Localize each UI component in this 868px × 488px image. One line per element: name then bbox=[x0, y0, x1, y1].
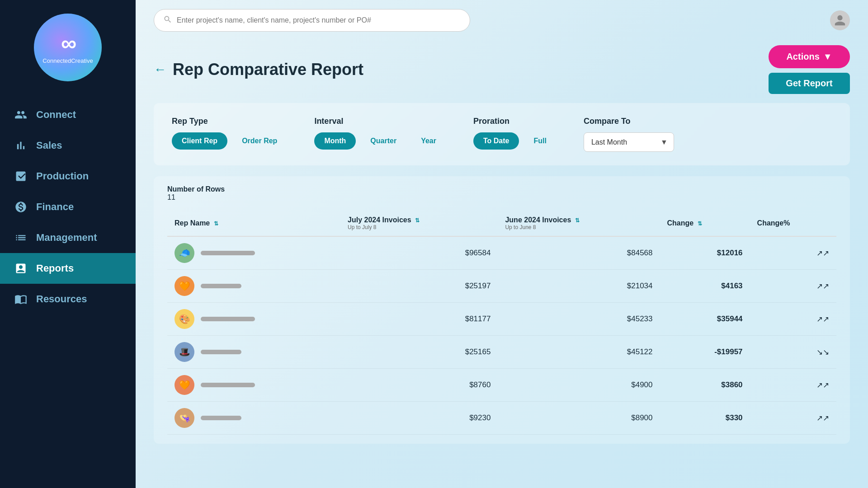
col-change: Change ⇅ bbox=[660, 211, 750, 236]
search-box[interactable] bbox=[154, 9, 470, 32]
rep-name-cell: 🎨 bbox=[167, 303, 340, 336]
june-invoices-cell: $4900 bbox=[498, 369, 660, 402]
quarter-pill[interactable]: Quarter bbox=[360, 132, 406, 150]
sidebar-item-resources[interactable]: Resources bbox=[0, 284, 136, 314]
june-invoices-cell: $45233 bbox=[498, 303, 660, 336]
rep-name-cell: 🧡 bbox=[167, 369, 340, 402]
search-input[interactable] bbox=[177, 16, 461, 24]
finance-icon bbox=[14, 200, 28, 214]
sort-june-icon[interactable]: ⇅ bbox=[575, 217, 580, 224]
year-pill[interactable]: Year bbox=[411, 132, 446, 150]
proration-label: Proration bbox=[473, 117, 557, 126]
sidebar-label-reports: Reports bbox=[36, 263, 74, 274]
change-cell: $330 bbox=[660, 402, 750, 435]
change-cell: -$19957 bbox=[660, 336, 750, 369]
management-icon bbox=[14, 230, 28, 245]
change-pct-cell: ↗↗ bbox=[750, 236, 836, 270]
table-row: 🧡 $8760 $4900 $3860 ↗↗ bbox=[167, 369, 836, 402]
page-header: ← Rep Comparative Report Actions ▼ Get R… bbox=[136, 41, 868, 103]
interval-options: Month Quarter Year bbox=[314, 132, 446, 150]
table-row: 👒 $9230 $8900 $330 ↗↗ bbox=[167, 402, 836, 435]
month-pill[interactable]: Month bbox=[314, 132, 356, 150]
table-body: 🧢 $96584 $84568 $12016 ↗↗ 🧡 $25197 $2103… bbox=[167, 236, 836, 435]
sidebar-label-production: Production bbox=[36, 170, 89, 182]
rep-name-placeholder bbox=[201, 383, 255, 387]
july-invoices-cell: $8760 bbox=[340, 369, 498, 402]
july-invoices-cell: $25165 bbox=[340, 336, 498, 369]
rep-name-placeholder bbox=[201, 284, 241, 288]
june-invoices-cell: $8900 bbox=[498, 402, 660, 435]
row-count: Number of Rows 11 bbox=[167, 185, 836, 202]
sidebar-item-production[interactable]: Production bbox=[0, 161, 136, 192]
july-invoices-cell: $9230 bbox=[340, 402, 498, 435]
rep-avatar: 👒 bbox=[175, 408, 194, 428]
july-invoices-cell: $81177 bbox=[340, 303, 498, 336]
filter-section: Rep Type Client Rep Order Rep Interval M… bbox=[154, 103, 850, 165]
nav-menu: Connect Sales Production Finance Managem bbox=[0, 99, 136, 314]
proration-filter: Proration To Date Full bbox=[473, 117, 557, 150]
top-bar bbox=[136, 0, 868, 41]
logo: ∞ ConnectedCreative bbox=[34, 14, 102, 81]
rep-name-placeholder bbox=[201, 416, 241, 420]
sidebar-item-sales[interactable]: Sales bbox=[0, 130, 136, 161]
sales-icon bbox=[14, 138, 28, 153]
sidebar-label-finance: Finance bbox=[36, 201, 74, 213]
page-title: Rep Comparative Report bbox=[173, 60, 363, 79]
sort-rep-icon[interactable]: ⇅ bbox=[214, 221, 218, 227]
rep-avatar: 🧢 bbox=[175, 243, 194, 263]
change-pct-cell: ↘↘ bbox=[750, 336, 836, 369]
table-row: 🎨 $81177 $45233 $35944 ↗↗ bbox=[167, 303, 836, 336]
sidebar-item-connect[interactable]: Connect bbox=[0, 99, 136, 130]
rep-avatar: 🧡 bbox=[175, 375, 194, 395]
rep-name-placeholder bbox=[201, 317, 255, 321]
proration-options: To Date Full bbox=[473, 132, 557, 150]
data-table: Rep Name ⇅ July 2024 Invoices ⇅ Up to Ju… bbox=[167, 211, 836, 435]
interval-filter: Interval Month Quarter Year bbox=[314, 117, 446, 150]
rep-name-placeholder bbox=[201, 350, 241, 354]
june-invoices-cell: $84568 bbox=[498, 236, 660, 270]
table-row: 🎩 $25165 $45122 -$19957 ↘↘ bbox=[167, 336, 836, 369]
sidebar-item-management[interactable]: Management bbox=[0, 222, 136, 253]
logo-symbol: ∞ bbox=[61, 31, 75, 56]
actions-button[interactable]: Actions ▼ bbox=[769, 45, 850, 68]
order-rep-pill[interactable]: Order Rep bbox=[232, 132, 287, 150]
production-icon bbox=[14, 169, 28, 183]
user-avatar[interactable] bbox=[830, 10, 850, 30]
chevron-down-icon: ▼ bbox=[823, 52, 832, 62]
to-date-pill[interactable]: To Date bbox=[473, 132, 519, 150]
get-report-button[interactable]: Get Report bbox=[769, 73, 850, 94]
rep-type-filter: Rep Type Client Rep Order Rep bbox=[172, 117, 287, 150]
rep-avatar: 🎩 bbox=[175, 342, 194, 362]
compare-to-filter: Compare To Last Month Last Quarter Last … bbox=[584, 117, 674, 152]
rep-name-placeholder bbox=[201, 251, 255, 255]
search-icon bbox=[163, 15, 172, 26]
col-june-invoices: June 2024 Invoices ⇅ Up to June 8 bbox=[498, 211, 660, 236]
compare-select-wrap: Last Month Last Quarter Last Year ▼ bbox=[584, 132, 674, 152]
logo-text: ConnectedCreative bbox=[42, 57, 93, 64]
change-cell: $12016 bbox=[660, 236, 750, 270]
sidebar-item-finance[interactable]: Finance bbox=[0, 192, 136, 222]
june-invoices-cell: $45122 bbox=[498, 336, 660, 369]
table-section: Number of Rows 11 Rep Name ⇅ July 2024 I… bbox=[154, 176, 850, 444]
back-button[interactable]: ← bbox=[154, 62, 166, 77]
sort-change-icon[interactable]: ⇅ bbox=[698, 221, 702, 227]
interval-label: Interval bbox=[314, 117, 446, 126]
sort-july-icon[interactable]: ⇅ bbox=[415, 217, 420, 224]
change-pct-cell: ↗↗ bbox=[750, 303, 836, 336]
change-pct-cell: ↗↗ bbox=[750, 270, 836, 303]
full-pill[interactable]: Full bbox=[524, 132, 556, 150]
change-cell: $3860 bbox=[660, 369, 750, 402]
sidebar-label-management: Management bbox=[36, 232, 97, 244]
change-cell: $4163 bbox=[660, 270, 750, 303]
rep-name-cell: 👒 bbox=[167, 402, 340, 435]
resources-icon bbox=[14, 292, 28, 306]
rep-avatar: 🧡 bbox=[175, 276, 194, 296]
rep-name-cell: 🧡 bbox=[167, 270, 340, 303]
compare-to-select[interactable]: Last Month Last Quarter Last Year bbox=[584, 132, 674, 152]
change-cell: $35944 bbox=[660, 303, 750, 336]
client-rep-pill[interactable]: Client Rep bbox=[172, 132, 227, 150]
change-pct-cell: ↗↗ bbox=[750, 402, 836, 435]
sidebar-item-reports[interactable]: Reports bbox=[0, 253, 136, 284]
rep-name-cell: 🧢 bbox=[167, 236, 340, 270]
rep-type-label: Rep Type bbox=[172, 117, 287, 126]
